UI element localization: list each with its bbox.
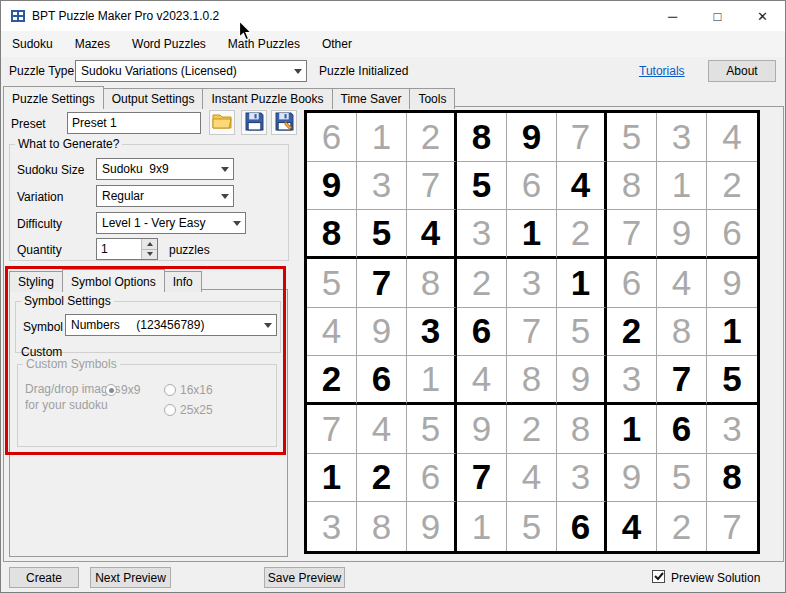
sudoku-cell: 8 — [357, 502, 407, 551]
maximize-icon[interactable]: □ — [695, 1, 740, 31]
about-button[interactable]: About — [708, 60, 776, 82]
custom-symbols-title: Custom Symbols — [23, 357, 120, 371]
sudoku-cell: 5 — [457, 162, 507, 211]
sudoku-cell: 2 — [607, 308, 657, 357]
radio-button-icon — [164, 384, 176, 396]
tab-styling[interactable]: Styling — [9, 271, 63, 292]
save-preset-button[interactable] — [241, 110, 267, 135]
sudoku-cell: 1 — [357, 113, 407, 162]
sudoku-cell: 6 — [307, 113, 357, 162]
sudoku-cell: 5 — [607, 113, 657, 162]
next-preview-button[interactable]: Next Preview — [90, 567, 171, 588]
tab-info[interactable]: Info — [164, 271, 202, 292]
preview-solution-checkbox[interactable] — [652, 570, 665, 583]
chevron-down-icon — [216, 167, 233, 172]
difficulty-label: Difficulty — [17, 217, 62, 231]
save-as-icon — [275, 112, 294, 134]
sudoku-cell: 2 — [307, 356, 357, 405]
quantity-stepper[interactable] — [96, 238, 158, 260]
sudoku-cell: 1 — [407, 356, 457, 405]
sudoku-cell: 6 — [557, 502, 607, 551]
sudoku-size-label: Sudoku Size — [17, 163, 84, 177]
sudoku-cell: 3 — [407, 308, 457, 357]
sudoku-cell: 5 — [357, 210, 407, 259]
save-preview-button[interactable]: Save Preview — [264, 567, 345, 588]
sudoku-cell: 7 — [607, 210, 657, 259]
sudoku-cell: 3 — [307, 502, 357, 551]
radio-25x25: 25x25 — [164, 403, 213, 417]
sudoku-cell: 9 — [357, 308, 407, 357]
puzzle-type-combobox[interactable]: Sudoku Variations (Licensed) — [75, 60, 307, 82]
variation-combobox[interactable]: Regular — [96, 185, 234, 207]
create-button[interactable]: Create — [9, 567, 79, 588]
sudoku-cell: 2 — [557, 210, 607, 259]
tab-time-saver[interactable]: Time Saver — [332, 88, 411, 109]
sudoku-cell: 5 — [507, 502, 557, 551]
tab-output-settings[interactable]: Output Settings — [103, 88, 204, 109]
menu-word-puzzles[interactable]: Word Puzzles — [121, 31, 217, 57]
sudoku-cell: 4 — [707, 113, 757, 162]
difficulty-combobox[interactable]: Level 1 - Very Easy — [96, 212, 246, 234]
save-icon — [245, 112, 264, 134]
sudoku-grid: 6128975349375648128543127965782316494936… — [304, 110, 760, 554]
sudoku-cell: 8 — [707, 454, 757, 503]
sudoku-cell: 4 — [307, 308, 357, 357]
sudoku-cell: 1 — [457, 502, 507, 551]
sudoku-cell: 3 — [457, 210, 507, 259]
close-icon[interactable]: ✕ — [740, 1, 785, 31]
menu-mazes[interactable]: Mazes — [64, 31, 121, 57]
sudoku-cell: 5 — [657, 454, 707, 503]
sudoku-cell: 4 — [507, 454, 557, 503]
sudoku-cell: 7 — [707, 502, 757, 551]
variation-value: Regular — [97, 189, 216, 203]
radio-16x16: 16x16 — [164, 383, 213, 397]
sudoku-cell: 5 — [557, 308, 607, 357]
radio-9x9-label: 9x9 — [121, 383, 140, 397]
sudoku-cell: 4 — [407, 210, 457, 259]
sudoku-cell: 9 — [657, 210, 707, 259]
sudoku-cell: 8 — [407, 259, 457, 308]
quantity-suffix-label: puzzles — [169, 243, 210, 257]
symbol-settings-title: Symbol Settings — [21, 294, 114, 308]
open-preset-button[interactable] — [209, 110, 235, 135]
difficulty-value: Level 1 - Very Easy — [97, 216, 228, 230]
sudoku-cell: 2 — [407, 113, 457, 162]
sudoku-cell: 1 — [307, 454, 357, 503]
chevron-down-icon — [147, 252, 153, 256]
menu-sudoku[interactable]: Sudoku — [1, 31, 64, 57]
tab-puzzle-settings[interactable]: Puzzle Settings — [3, 86, 104, 109]
radio-button-icon — [105, 384, 117, 396]
menu-math-puzzles[interactable]: Math Puzzles — [217, 31, 311, 57]
tutorials-link[interactable]: Tutorials — [639, 64, 685, 78]
quantity-input[interactable] — [97, 239, 141, 259]
sudoku-cell: 3 — [707, 405, 757, 454]
app-window: BPT Puzzle Maker Pro v2023.1.0.2 ─ □ ✕ S… — [0, 0, 786, 593]
sudoku-cell: 3 — [557, 454, 607, 503]
chevron-down-icon — [216, 194, 233, 199]
radio-25x25-label: 25x25 — [180, 403, 213, 417]
sudoku-cell: 3 — [507, 259, 557, 308]
quantity-label: Quantity — [17, 243, 62, 257]
tab-tools[interactable]: Tools — [409, 88, 455, 109]
quantity-up-button[interactable] — [142, 239, 157, 249]
preset-input[interactable] — [67, 112, 201, 134]
options-tab-strip: Styling Symbol Options Info — [9, 269, 201, 292]
window-title: BPT Puzzle Maker Pro v2023.1.0.2 — [32, 9, 219, 23]
menu-other[interactable]: Other — [311, 31, 363, 57]
sudoku-cell: 1 — [657, 162, 707, 211]
tab-symbol-options[interactable]: Symbol Options — [62, 269, 165, 292]
folder-icon — [212, 113, 232, 132]
radio-button-icon — [164, 404, 176, 416]
sudoku-cell: 5 — [307, 259, 357, 308]
sudoku-size-combobox[interactable]: Sudoku 9x9 — [96, 158, 234, 180]
save-preset-as-button[interactable] — [271, 110, 297, 135]
sudoku-cell: 8 — [557, 405, 607, 454]
tab-instant-puzzle-books[interactable]: Instant Puzzle Books — [202, 88, 332, 109]
title-bar: BPT Puzzle Maker Pro v2023.1.0.2 ─ □ ✕ — [1, 1, 785, 31]
chevron-down-icon — [259, 323, 276, 328]
quantity-down-button[interactable] — [142, 249, 157, 260]
dragdrop-hint-line2: for your sudoku — [25, 398, 108, 412]
symbol-combobox[interactable]: Numbers (123456789) — [65, 314, 277, 336]
sudoku-cell: 8 — [307, 210, 357, 259]
minimize-icon[interactable]: ─ — [650, 1, 695, 31]
